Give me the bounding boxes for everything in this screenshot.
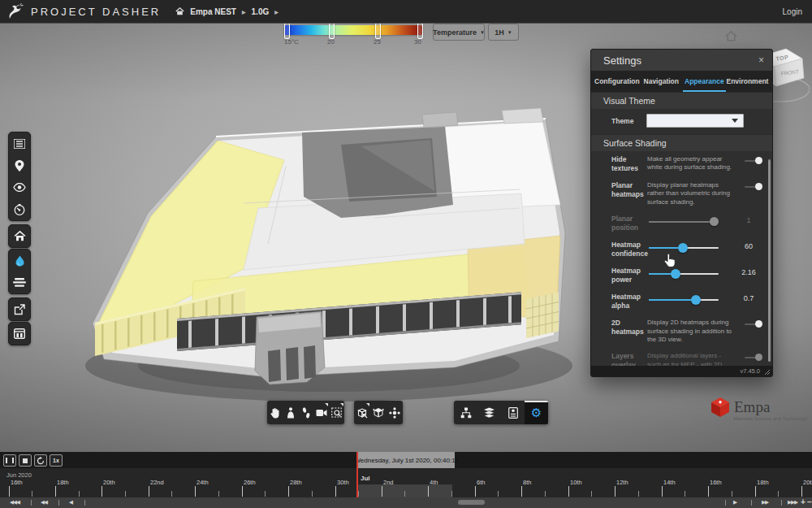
gradient-handle-30[interactable] [417,23,423,39]
share-button[interactable] [9,298,30,320]
gradient-handle-25[interactable] [375,23,381,39]
planar-heatmaps-toggle[interactable] [745,183,762,191]
timeline-scroll-strip[interactable]: ◀◀◀ ◀◀ ◀ ▶ ▶▶ ▶▶▶ + − [0,497,812,508]
time-gauge-button[interactable] [9,198,30,220]
storyboard-button[interactable] [9,323,30,345]
setting-row-heatmap-alpha: Heatmap alpha 0.7 [591,289,772,315]
timeline-tick [171,491,172,497]
heatmap-alpha-slider[interactable] [649,295,719,305]
timeline-tick: 10th [568,486,569,497]
orbit-button[interactable] [370,401,387,424]
pivot-button[interactable] [387,401,403,424]
forward-2x-button[interactable]: ▶▶ [762,499,768,506]
stop-button[interactable] [19,454,32,467]
rewind-2x-button[interactable]: ◀◀ [41,499,47,506]
version-label: v7.45.0 [740,367,760,375]
home-view-icon[interactable] [724,29,738,42]
timeline-tick [358,491,359,497]
temperature-gradient-bar[interactable] [284,25,422,35]
2d-heatmaps-toggle[interactable] [745,320,762,328]
location-pin-icon [15,160,24,172]
eye-icon [13,183,26,192]
first-person-button[interactable] [283,401,298,424]
model-tree-icon [460,407,472,419]
timeline-tick [591,491,592,497]
hide-textures-toggle[interactable] [745,157,762,165]
close-icon[interactable]: × [758,54,764,66]
tab-navigation[interactable]: Navigation [640,71,683,92]
strip-divider [31,500,32,506]
tab-configuration[interactable]: Configuration [594,71,640,92]
strip-divider [751,500,752,506]
timeline-tick: 24th [195,486,196,497]
forward-1x-button[interactable]: ▶ [733,499,736,506]
interval-dropdown[interactable]: 1H▼ [488,24,519,41]
layers-button[interactable] [477,401,501,424]
speed-button[interactable]: 1x [50,454,63,467]
tab-appearance[interactable]: Appearance [683,71,726,92]
timeline-tick: 6th [475,486,476,497]
heatmap-confidence-slider[interactable] [649,243,719,253]
layers-overlay-toggle[interactable] [745,354,762,362]
breadcrumb-site[interactable]: Empa NEST [190,7,236,16]
camera-button[interactable] [313,401,329,424]
settings-scrollbar[interactable] [768,159,771,362]
resize-grip-icon[interactable] [763,368,770,375]
strip-divider [725,500,726,506]
settings-body: Hide textures Make all geometry appear w… [591,151,772,377]
levels-button[interactable] [9,271,30,293]
legend-label: 25 [374,38,381,46]
login-link[interactable]: Login [783,7,802,16]
legend-panel-button[interactable] [9,132,30,154]
visibility-button[interactable] [9,176,30,198]
planar-position-slider[interactable] [649,217,719,227]
rewind-3x-button[interactable]: ◀◀◀ [10,499,19,506]
zoom-window-button[interactable] [329,401,344,424]
model-browser-button[interactable] [454,401,477,424]
home-view-button[interactable] [9,225,30,247]
home-icon[interactable] [175,7,184,15]
theme-select[interactable] [646,114,744,128]
empa-tagline: Materials Science and Technology [733,416,807,421]
gradient-handle-15[interactable] [284,23,290,39]
settings-footer: v7.45.0 [591,366,772,376]
setting-row-planar-heatmaps: Planar heatmaps Display planar heatmaps … [591,177,772,211]
month-label-left: Jun 2020 [6,471,32,479]
zoom-in-button[interactable]: + [801,497,806,506]
locations-button[interactable] [9,154,30,176]
walk-button[interactable] [298,401,313,424]
properties-panel-button[interactable] [501,401,525,424]
forward-3x-button[interactable]: ▶▶▶ [788,499,797,506]
setting-row-heatmap-confidence: Heatmap confidence 60 [591,237,772,263]
timeline-tick: 16th [708,486,709,497]
tab-environment[interactable]: Environment [726,71,769,92]
timeline-band[interactable]: Jun 2020 Jul 16th18th20th22nd24th26th28t… [0,468,812,497]
caret-icon [325,403,328,406]
heatmap-power-slider[interactable] [649,269,719,279]
caret-icon [340,403,343,406]
home-icon [14,231,26,241]
pause-button[interactable] [3,454,16,467]
gradient-handle-20[interactable] [329,23,335,39]
timeline-scrollbar-handle[interactable] [458,500,485,505]
breadcrumb-level[interactable]: 1.0G [252,7,270,16]
loop-button[interactable] [34,454,47,467]
box-select-button[interactable] [354,401,370,424]
gear-icon: ⚙ [531,407,542,419]
timeline-tick: 28th [288,486,289,497]
timeline-tick [312,491,313,497]
dasher-deer-icon [6,3,24,20]
water-heatmap-button[interactable] [9,250,30,271]
pan-hand-button[interactable] [267,401,283,424]
timeline-tick [638,491,639,497]
caret-icon [366,403,369,406]
metric-dropdown[interactable]: Temperature▼ [433,24,485,41]
footprints-icon [302,407,310,419]
settings-button[interactable]: ⚙ [525,401,548,424]
properties-icon [508,407,518,419]
timeline-playhead[interactable] [356,452,358,497]
timeline-tick: 2nd [382,486,382,497]
rewind-1x-button[interactable]: ◀ [69,499,72,506]
zoom-out-button[interactable]: − [807,497,812,506]
settings-header[interactable]: Settings × [591,50,772,71]
